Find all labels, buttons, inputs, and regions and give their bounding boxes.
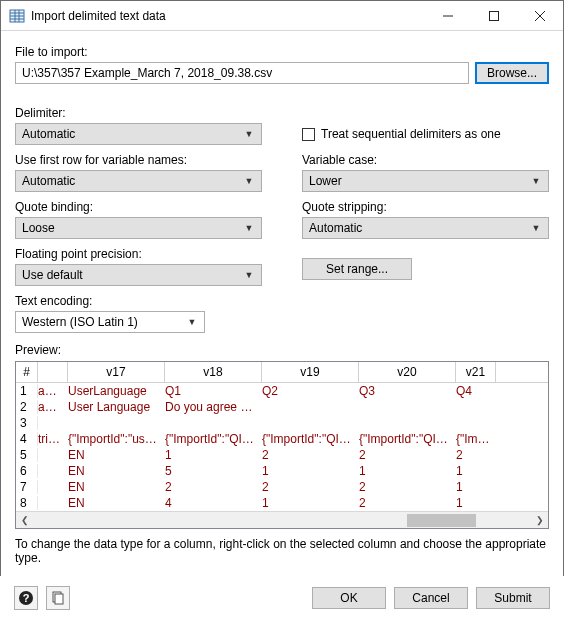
preview-header[interactable]: v21 <box>456 362 496 383</box>
table-row[interactable]: 1annelUserLanguageQ1Q2Q3Q4 <box>16 383 548 399</box>
cell: 2 <box>456 448 496 462</box>
preview-header-num: # <box>16 362 38 383</box>
table-row[interactable]: 5EN1222 <box>16 447 548 463</box>
close-button[interactable] <box>517 1 563 31</box>
firstrow-label: Use first row for variable names: <box>15 153 262 167</box>
cell: 1 <box>262 464 359 478</box>
chevron-down-icon: ▼ <box>528 223 544 233</box>
scroll-thumb[interactable] <box>407 514 477 527</box>
row-number: 2 <box>16 400 38 414</box>
cell: EN <box>68 480 165 494</box>
cell: EN <box>68 496 165 510</box>
quotestrip-value: Automatic <box>309 221 528 235</box>
cell: {"ImportId":"QID1"} <box>165 432 262 446</box>
preview-header[interactable]: v17 <box>68 362 165 383</box>
cell: UserLanguage <box>68 384 165 398</box>
svg-text:?: ? <box>23 592 30 604</box>
preview-header[interactable]: v20 <box>359 362 456 383</box>
encoding-value: Western (ISO Latin 1) <box>22 315 184 329</box>
encoding-label: Text encoding: <box>15 294 549 308</box>
row-number: 8 <box>16 496 38 510</box>
treat-sequential-checkbox[interactable] <box>302 128 315 141</box>
preview-table[interactable]: # v17 v18 v19 v20 v21 1annelUserLanguage… <box>15 361 549 529</box>
submit-button[interactable]: Submit <box>476 587 550 609</box>
dialog-footer: ? OK Cancel Submit <box>0 576 564 624</box>
cell: 2 <box>262 480 359 494</box>
app-icon <box>9 8 25 24</box>
encoding-dropdown[interactable]: Western (ISO Latin 1) ▼ <box>15 311 205 333</box>
preview-header[interactable]: v19 <box>262 362 359 383</box>
help-button[interactable]: ? <box>14 586 38 610</box>
row-number: 6 <box>16 464 38 478</box>
row-number: 3 <box>16 416 38 430</box>
row-number: 1 <box>16 384 38 398</box>
chevron-down-icon: ▼ <box>241 129 257 139</box>
cell: Q4 <box>456 384 496 398</box>
cell: {"ImportId":"QI <box>456 432 496 446</box>
cell: 5 <box>165 464 262 478</box>
row-number: 7 <box>16 480 38 494</box>
table-row[interactable]: 6EN5111 <box>16 463 548 479</box>
cell: EN <box>68 464 165 478</box>
scroll-right-button[interactable]: ❯ <box>531 512 548 529</box>
horizontal-scrollbar[interactable]: ❮ ❯ <box>16 511 548 528</box>
varcase-value: Lower <box>309 174 528 188</box>
preview-header[interactable]: v18 <box>165 362 262 383</box>
preview-header-partial <box>38 362 68 383</box>
cancel-button[interactable]: Cancel <box>394 587 468 609</box>
cell: 1 <box>456 496 496 510</box>
varcase-dropdown[interactable]: Lower ▼ <box>302 170 549 192</box>
preview-header-row: # v17 v18 v19 v20 v21 <box>16 362 548 383</box>
table-row[interactable]: 3 <box>16 415 548 431</box>
cell: 1 <box>456 464 496 478</box>
chevron-down-icon: ▼ <box>241 176 257 186</box>
cell: 2 <box>262 448 359 462</box>
cell: 1 <box>262 496 359 510</box>
varcase-label: Variable case: <box>302 153 549 167</box>
quotestrip-label: Quote stripping: <box>302 200 549 214</box>
cell: Q1 <box>165 384 262 398</box>
cell: 2 <box>359 496 456 510</box>
firstrow-dropdown[interactable]: Automatic ▼ <box>15 170 262 192</box>
svg-rect-13 <box>55 594 63 604</box>
file-path-input[interactable] <box>15 62 469 84</box>
scroll-track[interactable] <box>33 512 531 529</box>
quotebinding-value: Loose <box>22 221 241 235</box>
cell: User Language <box>68 400 165 414</box>
treat-sequential-label: Treat sequential delimiters as one <box>321 127 501 141</box>
cell: 1 <box>456 480 496 494</box>
maximize-button[interactable] <box>471 1 517 31</box>
preview-label: Preview: <box>15 343 549 357</box>
cell: 4 <box>165 496 262 510</box>
set-range-button[interactable]: Set range... <box>302 258 412 280</box>
copy-button[interactable] <box>46 586 70 610</box>
cell: annel <box>38 384 68 398</box>
table-row[interactable]: 4trib...{"ImportId":"userL...{"ImportId"… <box>16 431 548 447</box>
delimiter-value: Automatic <box>22 127 241 141</box>
minimize-button[interactable] <box>425 1 471 31</box>
cell: 2 <box>359 448 456 462</box>
chevron-down-icon: ▼ <box>184 317 200 327</box>
precision-dropdown[interactable]: Use default ▼ <box>15 264 262 286</box>
cell: EN <box>68 448 165 462</box>
row-number: 5 <box>16 448 38 462</box>
hint-text: To change the data type for a column, ri… <box>15 537 549 565</box>
dialog-body: File to import: Browse... Delimiter: Aut… <box>1 31 563 575</box>
quotebinding-label: Quote binding: <box>15 200 262 214</box>
cell: 1 <box>359 464 456 478</box>
table-row[interactable]: 2annelUser LanguageDo you agree or ... <box>16 399 548 415</box>
quotebinding-dropdown[interactable]: Loose ▼ <box>15 217 262 239</box>
scroll-left-button[interactable]: ❮ <box>16 512 33 529</box>
quotestrip-dropdown[interactable]: Automatic ▼ <box>302 217 549 239</box>
browse-button[interactable]: Browse... <box>475 62 549 84</box>
precision-value: Use default <box>22 268 241 282</box>
table-row[interactable]: 7EN2221 <box>16 479 548 495</box>
table-row[interactable]: 8EN4121 <box>16 495 548 511</box>
preview-body: 1annelUserLanguageQ1Q2Q3Q42annelUser Lan… <box>16 383 548 527</box>
delimiter-dropdown[interactable]: Automatic ▼ <box>15 123 262 145</box>
cell: 2 <box>165 480 262 494</box>
ok-button[interactable]: OK <box>312 587 386 609</box>
chevron-down-icon: ▼ <box>241 223 257 233</box>
titlebar: Import delimited text data <box>1 1 563 31</box>
firstrow-value: Automatic <box>22 174 241 188</box>
